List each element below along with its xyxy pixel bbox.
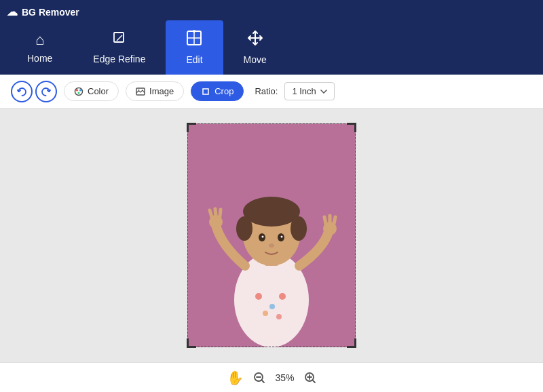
- tab-move-label: Move: [244, 54, 267, 65]
- ratio-value: 1 Inch: [292, 86, 316, 96]
- ratio-label: Ratio:: [255, 86, 278, 96]
- svg-point-25: [281, 236, 283, 238]
- zoom-in-button[interactable]: [304, 372, 316, 384]
- svg-point-12: [255, 293, 262, 300]
- color-label: Color: [88, 86, 109, 96]
- svg-line-30: [220, 210, 221, 216]
- svg-point-6: [78, 92, 80, 94]
- svg-point-15: [263, 311, 268, 316]
- svg-line-29: [215, 209, 216, 216]
- crop-handle-br[interactable]: [347, 338, 356, 348]
- app-title: ☁ BG Remover: [7, 5, 79, 18]
- svg-line-37: [262, 380, 264, 383]
- tab-home[interactable]: ⌂ Home: [7, 20, 73, 75]
- tab-home-label: Home: [27, 53, 52, 64]
- photo-content: [187, 123, 356, 347]
- tab-edge-refine-label: Edge Refine: [93, 54, 145, 64]
- tab-move[interactable]: Move: [223, 20, 287, 75]
- svg-point-8: [138, 90, 140, 91]
- zoom-level: 35%: [275, 372, 294, 383]
- svg-point-16: [276, 314, 282, 319]
- undo-button[interactable]: [11, 81, 33, 102]
- svg-point-14: [279, 293, 286, 300]
- bottom-bar: ✋ 35%: [0, 362, 543, 392]
- canvas-area: [0, 109, 543, 362]
- undo-redo-group: [11, 81, 57, 102]
- crop-image: [187, 123, 356, 347]
- edge-refine-icon: [112, 31, 127, 50]
- crop-label: Crop: [214, 86, 233, 96]
- crop-handle-tr[interactable]: [347, 123, 356, 132]
- crop-handle-bl[interactable]: [187, 338, 196, 348]
- zoom-out-button[interactable]: [253, 372, 265, 384]
- svg-point-3: [75, 87, 83, 95]
- app-title-text: BG Remover: [22, 7, 79, 18]
- redo-button[interactable]: [35, 81, 57, 102]
- svg-point-24: [262, 236, 264, 238]
- edit-icon: [186, 30, 202, 50]
- header: ☁ BG Remover ⌂ Home Edge Refine: [0, 0, 543, 75]
- svg-rect-9: [203, 89, 208, 94]
- svg-point-2: [193, 30, 195, 33]
- app-icon: ☁: [7, 5, 18, 18]
- hand-icon[interactable]: ✋: [227, 370, 244, 386]
- tab-edge-refine[interactable]: Edge Refine: [73, 20, 166, 75]
- crop-button[interactable]: Crop: [191, 81, 244, 101]
- image-button[interactable]: Image: [126, 81, 184, 101]
- svg-point-20: [236, 216, 252, 241]
- svg-line-41: [313, 380, 315, 383]
- svg-point-26: [269, 243, 274, 248]
- svg-line-28: [210, 210, 212, 217]
- svg-line-34: [334, 217, 335, 224]
- svg-point-19: [243, 197, 300, 227]
- svg-line-32: [324, 217, 326, 224]
- image-label: Image: [149, 86, 174, 96]
- crop-handle-tl[interactable]: [187, 123, 196, 132]
- image-container: [187, 123, 356, 347]
- ratio-select[interactable]: 1 Inch: [284, 82, 334, 100]
- tab-edit-label: Edit: [186, 54, 202, 65]
- svg-point-4: [76, 89, 78, 91]
- svg-rect-0: [114, 33, 124, 42]
- svg-point-13: [269, 304, 275, 309]
- svg-point-5: [79, 89, 81, 91]
- chevron-down-icon: [320, 90, 327, 94]
- svg-point-21: [291, 216, 307, 241]
- tab-edit[interactable]: Edit: [166, 20, 223, 75]
- color-button[interactable]: Color: [64, 81, 119, 101]
- move-icon: [247, 30, 263, 50]
- home-icon: ⌂: [35, 31, 44, 49]
- toolbar: Color Image Crop Ratio: 1 Inch: [0, 75, 543, 109]
